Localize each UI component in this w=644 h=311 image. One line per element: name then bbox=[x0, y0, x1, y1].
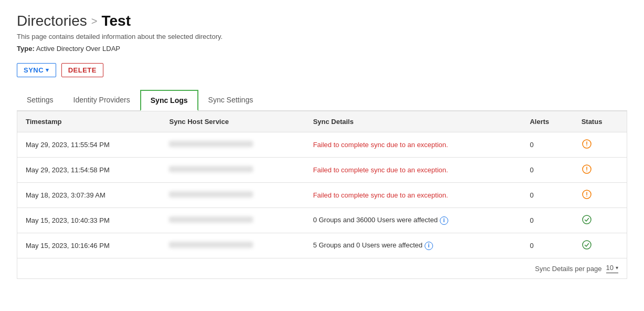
cell-alerts: 0 bbox=[521, 183, 573, 208]
column-header-sync-details: Sync Details bbox=[304, 111, 521, 132]
cell-alerts: 0 bbox=[521, 132, 573, 158]
info-icon[interactable]: i bbox=[425, 242, 433, 250]
error-status-icon bbox=[582, 189, 592, 200]
cell-timestamp: May 15, 2023, 10:16:46 PM bbox=[17, 233, 161, 258]
cell-sync-details: 5 Groups and 0 Users were affectedi bbox=[304, 233, 521, 258]
error-status-icon bbox=[582, 139, 592, 149]
column-header-status: Status bbox=[573, 111, 627, 132]
tab-identity-providers[interactable]: Identity Providers bbox=[64, 90, 140, 111]
type-value: Active Directory Over LDAP bbox=[36, 45, 120, 53]
type-line: Type: Active Directory Over LDAP bbox=[17, 45, 627, 53]
column-header-timestamp: Timestamp bbox=[17, 111, 161, 132]
page-size-label: Sync Details per page bbox=[535, 265, 601, 273]
svg-point-9 bbox=[583, 215, 591, 224]
cell-timestamp: May 15, 2023, 10:40:33 PM bbox=[17, 208, 161, 233]
cell-status bbox=[573, 208, 627, 233]
cell-status bbox=[573, 158, 627, 183]
cell-timestamp: May 29, 2023, 11:54:58 PM bbox=[17, 158, 161, 183]
table-footer: Sync Details per page 10 ▾ bbox=[17, 258, 627, 278]
cell-sync-host bbox=[161, 208, 304, 233]
table-header-row: Timestamp Sync Host Service Sync Details… bbox=[17, 111, 627, 132]
info-icon[interactable]: i bbox=[440, 216, 448, 225]
breadcrumb-current: Test bbox=[102, 13, 131, 29]
cell-sync-host bbox=[161, 158, 304, 183]
cell-status bbox=[573, 233, 627, 258]
sync-label: SYNC bbox=[24, 66, 44, 74]
column-header-sync-host-service: Sync Host Service bbox=[161, 111, 304, 132]
cell-sync-details: 0 Groups and 36000 Users were affectedi bbox=[304, 208, 521, 233]
sync-chevron-icon: ▾ bbox=[46, 67, 49, 74]
cell-alerts: 0 bbox=[521, 158, 573, 183]
page-size-value: 10 bbox=[606, 264, 614, 272]
svg-point-8 bbox=[586, 196, 587, 197]
sync-logs-table-container: Timestamp Sync Host Service Sync Details… bbox=[17, 111, 627, 279]
tab-sync-settings[interactable]: Sync Settings bbox=[198, 90, 263, 111]
action-buttons: SYNC ▾ DELETE bbox=[17, 63, 627, 77]
success-status-icon bbox=[582, 240, 592, 250]
cell-sync-host bbox=[161, 183, 304, 208]
page-description: This page contains detailed information … bbox=[17, 33, 627, 40]
cell-sync-host bbox=[161, 233, 304, 258]
table-row: May 18, 2023, 3:07:39 AMFailed to comple… bbox=[17, 183, 627, 208]
delete-button[interactable]: DELETE bbox=[61, 63, 103, 77]
table-row: May 15, 2023, 10:16:46 PM5 Groups and 0 … bbox=[17, 233, 627, 258]
svg-point-2 bbox=[586, 146, 587, 147]
breadcrumb-parent[interactable]: Directories bbox=[17, 13, 87, 29]
error-status-icon bbox=[582, 164, 592, 174]
cell-sync-details: Failed to complete sync due to an except… bbox=[304, 158, 521, 183]
cell-status bbox=[573, 132, 627, 158]
table-row: May 15, 2023, 10:40:33 PM0 Groups and 36… bbox=[17, 208, 627, 233]
table-row: May 29, 2023, 11:55:54 PMFailed to compl… bbox=[17, 132, 627, 158]
cell-timestamp: May 29, 2023, 11:55:54 PM bbox=[17, 132, 161, 158]
cell-sync-host bbox=[161, 132, 304, 158]
column-header-alerts: Alerts bbox=[521, 111, 573, 132]
type-label: Type: bbox=[17, 45, 35, 53]
cell-alerts: 0 bbox=[521, 233, 573, 258]
chevron-down-icon: ▾ bbox=[616, 265, 618, 271]
tab-sync-logs[interactable]: Sync Logs bbox=[140, 90, 198, 111]
svg-point-5 bbox=[586, 171, 587, 172]
tab-settings[interactable]: Settings bbox=[17, 90, 64, 111]
table-row: May 29, 2023, 11:54:58 PMFailed to compl… bbox=[17, 158, 627, 183]
tabs: Settings Identity Providers Sync Logs Sy… bbox=[17, 90, 627, 111]
cell-sync-details: Failed to complete sync due to an except… bbox=[304, 132, 521, 158]
cell-status bbox=[573, 183, 627, 208]
sync-button[interactable]: SYNC ▾ bbox=[17, 63, 56, 77]
success-status-icon bbox=[582, 214, 592, 225]
cell-alerts: 0 bbox=[521, 208, 573, 233]
sync-logs-table: Timestamp Sync Host Service Sync Details… bbox=[17, 111, 627, 258]
cell-sync-details: Failed to complete sync due to an except… bbox=[304, 183, 521, 208]
breadcrumb: Directories > Test bbox=[17, 13, 627, 29]
svg-point-10 bbox=[583, 241, 591, 249]
breadcrumb-separator: > bbox=[91, 15, 98, 27]
cell-timestamp: May 18, 2023, 3:07:39 AM bbox=[17, 183, 161, 208]
page-size-selector[interactable]: 10 ▾ bbox=[606, 264, 618, 273]
